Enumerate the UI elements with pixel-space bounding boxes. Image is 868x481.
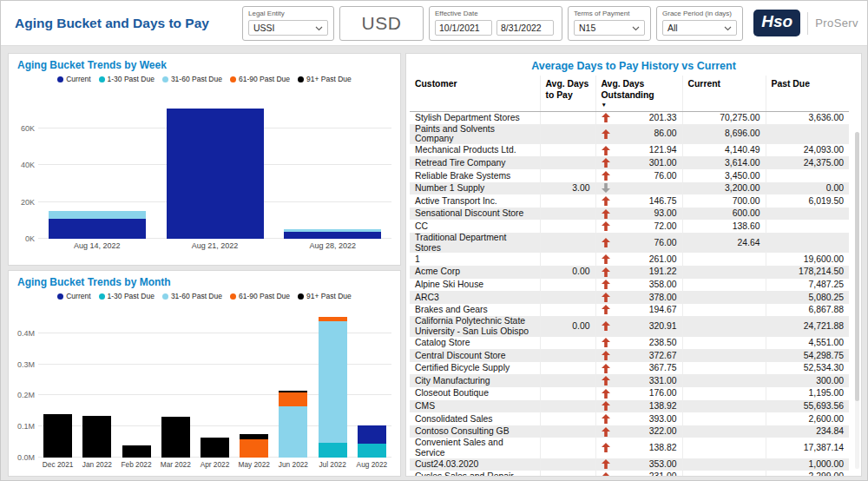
column-header-customer[interactable]: Customer [410, 76, 540, 111]
legend-dot-icon [57, 76, 63, 82]
legend-item[interactable]: 31-60 Past Due [162, 292, 222, 300]
cell-past-due: 0.00 [766, 182, 849, 195]
stacked-bar[interactable] [167, 109, 264, 239]
legend-item[interactable]: Current [57, 292, 90, 300]
bar-segment[interactable] [319, 443, 347, 458]
table-row[interactable]: Active Transport Inc.146.75700.006,019.5… [410, 194, 849, 208]
bar-segment[interactable] [279, 406, 307, 458]
grace-period-dropdown[interactable]: All [662, 20, 737, 36]
table-row[interactable]: Catalog Store238.504,551.00 [410, 337, 849, 350]
cell-avg-days-to-pay [540, 337, 595, 350]
legend-item[interactable]: 1-30 Past Due [99, 75, 155, 83]
legend-item[interactable]: 61-90 Past Due [230, 292, 290, 300]
table-row[interactable]: Central Discount Store372.6754,298.75 [410, 349, 849, 362]
start-date-input[interactable]: 10/1/2021 [435, 20, 492, 36]
cell-avg-days-to-pay [540, 208, 595, 221]
trend-up-icon [602, 280, 611, 289]
legend-label: 31-60 Past Due [171, 75, 222, 83]
cell-past-due: 1,000.00 [766, 458, 849, 471]
table-row[interactable]: Acme Corp0.00191.22178,214.50 [410, 266, 849, 279]
cell-past-due [766, 169, 849, 182]
month-chart-panel: Aging Bucket Trends by Month Current1-30… [8, 270, 401, 477]
table-row[interactable]: 1261.0019,600.00 [410, 253, 849, 266]
legend-item[interactable]: 1-30 Past Due [99, 292, 155, 300]
bar-segment[interactable] [122, 445, 151, 458]
column-header-label: Customer [415, 79, 457, 89]
stacked-bar[interactable] [43, 414, 72, 458]
column-header-past_due[interactable]: Past Due [766, 76, 849, 111]
bar-segment[interactable] [49, 219, 146, 239]
table-row[interactable]: Certified Bicycle Supply367.7552,534.30 [410, 362, 849, 375]
cell-avg-days-outstanding: 93.00 [595, 208, 682, 221]
bar-segment[interactable] [161, 417, 190, 458]
legend-item[interactable]: 91+ Past Due [298, 292, 352, 300]
bar-segment[interactable] [319, 321, 347, 443]
table-row[interactable]: Brakes and Gears194.676,867.88 [410, 304, 849, 317]
legend-item[interactable]: Current [57, 75, 90, 83]
table-row[interactable]: Consolidated Sales393.002,600.00 [410, 412, 849, 425]
cell-past-due: 17,387.14 [766, 438, 849, 458]
table-row[interactable]: Cycles Sales and Repair231.002,299.00 [410, 471, 849, 477]
end-date-input[interactable]: 8/31/2022 [496, 20, 554, 36]
table-row[interactable]: ARC3378.005,080.25 [410, 291, 849, 304]
legal-entity-dropdown[interactable]: USSI [248, 20, 328, 36]
cell-avg-days-outstanding: 121.94 [595, 144, 682, 157]
stacked-bar[interactable] [49, 211, 146, 239]
column-header-avg_days_outstanding[interactable]: Avg. Days Outstanding▼ [595, 76, 682, 111]
bar-segment[interactable] [167, 109, 264, 239]
table-row[interactable]: Cust24.03.2020353.001,000.00 [410, 458, 849, 471]
bar-segment[interactable] [43, 414, 72, 458]
table-row[interactable]: Traditional Department Stores76.0024.64 [410, 233, 849, 253]
table-scrollbar[interactable] [855, 132, 859, 469]
bar-segment[interactable] [279, 392, 307, 406]
cell-current [682, 304, 766, 317]
table-row[interactable]: CMS138.9255,693.56 [410, 400, 849, 413]
bar-segment[interactable] [358, 444, 386, 458]
sort-descending-icon: ▼ [602, 101, 677, 109]
bar-slot [273, 308, 312, 458]
terms-of-payment-dropdown[interactable]: N15 [574, 20, 645, 36]
legend-item[interactable]: 91+ Past Due [298, 75, 352, 83]
table-row[interactable]: Paints and Solvents Company86.008,696.00 [410, 124, 849, 144]
legend-item[interactable]: 31-60 Past Due [162, 75, 222, 83]
column-header-avg_days_to_pay[interactable]: Avg. Days to Pay [540, 76, 595, 111]
table-row[interactable]: Closeout Boutique176.001,195.00 [410, 387, 849, 400]
bar-segment[interactable] [82, 416, 111, 458]
bar-slot [273, 91, 391, 239]
legend-item[interactable]: 61-90 Past Due [230, 75, 290, 83]
scrollbar-thumb[interactable] [855, 132, 859, 401]
table-row[interactable]: Contoso Consulting GB322.00234.84 [410, 425, 849, 438]
stacked-bar[interactable] [122, 445, 151, 458]
cell-past-due: 24,093.00 [766, 144, 849, 157]
stacked-bar[interactable] [201, 438, 229, 458]
table-row[interactable]: California Polytechnic State University … [410, 316, 849, 336]
table-row[interactable]: CC72.00138.60 [410, 220, 849, 233]
month-x-axis: Dec 2021Jan 2022Feb 2022Mar 2022Apr 2022… [38, 460, 391, 469]
table-row[interactable]: Convenient Sales and Service138.8217,387… [410, 438, 849, 458]
table-row[interactable]: Stylish Department Stores201.3370,275.00… [410, 111, 849, 124]
stacked-bar[interactable] [319, 317, 347, 458]
table-row[interactable]: Reliable Brake Systems76.003,450.00 [410, 169, 849, 182]
stacked-bar[interactable] [82, 416, 111, 458]
table-row[interactable]: City Manufacturing331.00300.00 [410, 374, 849, 387]
bar-segment[interactable] [49, 211, 146, 219]
table-row[interactable]: Sensational Discount Store93.00600.00 [410, 208, 849, 221]
stacked-bar[interactable] [358, 425, 386, 458]
cell-customer: Cycles Sales and Repair [410, 471, 540, 477]
table-row[interactable]: Retread Tire Company301.003,614.0024,375… [410, 156, 849, 169]
days-to-pay-table-panel: Average Days to Pay History vs Current C… [405, 53, 862, 477]
stacked-bar[interactable] [279, 391, 307, 458]
column-header-current[interactable]: Current [682, 76, 766, 111]
table-row[interactable]: Mechanical Products Ltd.121.944,140.4924… [410, 144, 849, 157]
cell-current [682, 279, 766, 292]
stacked-bar[interactable] [161, 417, 190, 458]
bar-segment[interactable] [358, 425, 386, 444]
bar-segment[interactable] [201, 438, 229, 458]
table-row[interactable]: Number 1 Supply3.003,200.000.00 [410, 182, 849, 195]
stacked-bar[interactable] [240, 434, 268, 458]
bar-segment[interactable] [284, 232, 381, 239]
table-row[interactable]: Alpine Ski House358.007,487.25 [410, 279, 849, 292]
bar-segment[interactable] [240, 439, 268, 458]
stacked-bar[interactable] [284, 229, 381, 239]
cell-avg-days-outstanding: 191.22 [595, 266, 682, 279]
